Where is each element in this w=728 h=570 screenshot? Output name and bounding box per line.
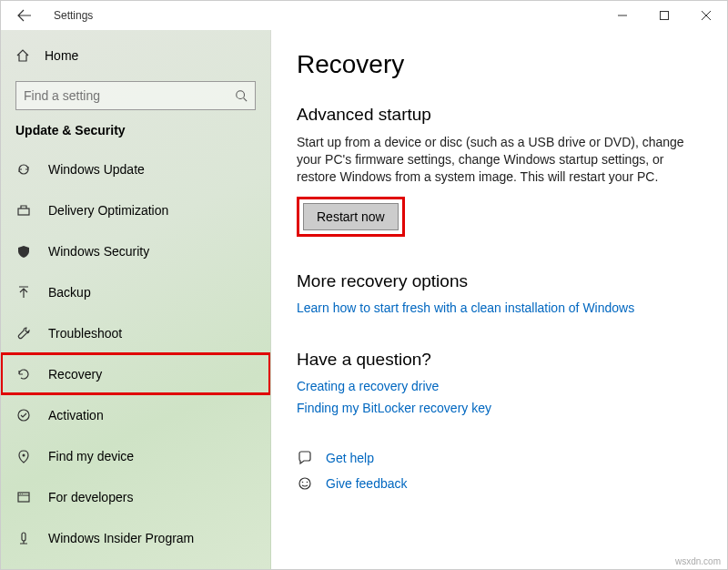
window-title: Settings bbox=[54, 9, 93, 22]
fresh-install-link[interactable]: Learn how to start fresh with a clean in… bbox=[297, 300, 702, 315]
sidebar-item-windows-security[interactable]: Windows Security bbox=[1, 230, 270, 271]
feedback-icon bbox=[297, 475, 313, 492]
back-arrow-icon bbox=[17, 8, 32, 23]
sidebar-item-windows-update[interactable]: Windows Update bbox=[1, 148, 270, 189]
sidebar-item-label: Delivery Optimization bbox=[48, 203, 168, 218]
delivery-icon bbox=[15, 202, 32, 219]
sidebar: Home Update & Security Windows Update bbox=[1, 30, 271, 569]
backup-icon bbox=[15, 284, 32, 300]
recovery-drive-link[interactable]: Creating a recovery drive bbox=[297, 379, 702, 393]
activation-icon bbox=[15, 407, 32, 423]
close-button[interactable] bbox=[685, 1, 727, 30]
advanced-startup-heading: Advanced startup bbox=[297, 105, 702, 125]
shield-icon bbox=[15, 243, 32, 260]
sidebar-item-backup[interactable]: Backup bbox=[1, 271, 270, 312]
sidebar-item-label: Troubleshoot bbox=[48, 326, 122, 341]
troubleshoot-icon bbox=[15, 325, 32, 341]
main-content: Recovery Advanced startup Start up from … bbox=[271, 30, 727, 569]
maximize-icon bbox=[660, 11, 669, 20]
svg-point-7 bbox=[299, 478, 310, 489]
recovery-icon bbox=[15, 366, 32, 382]
maximize-button[interactable] bbox=[643, 1, 685, 30]
location-icon bbox=[15, 448, 32, 464]
nav-home-label: Home bbox=[45, 48, 78, 63]
watermark: wsxdn.com bbox=[675, 556, 721, 566]
svg-rect-2 bbox=[18, 209, 29, 215]
page-title: Recovery bbox=[297, 50, 702, 79]
sidebar-item-for-developers[interactable]: For developers bbox=[1, 476, 270, 517]
back-button[interactable] bbox=[12, 3, 37, 28]
give-feedback-link[interactable]: Give feedback bbox=[326, 476, 408, 491]
svg-point-3 bbox=[18, 410, 29, 421]
sidebar-item-label: Recovery bbox=[48, 367, 102, 382]
sidebar-item-label: Backup bbox=[48, 285, 91, 300]
search-box[interactable] bbox=[15, 81, 256, 110]
search-input[interactable] bbox=[24, 88, 235, 103]
titlebar: Settings bbox=[1, 1, 727, 30]
sidebar-section-title: Update & Security bbox=[1, 123, 270, 148]
sidebar-item-find-my-device[interactable]: Find my device bbox=[1, 435, 270, 476]
sync-icon bbox=[15, 161, 32, 178]
sidebar-item-label: Windows Update bbox=[48, 162, 145, 177]
question-heading: Have a question? bbox=[297, 350, 702, 370]
sidebar-item-troubleshoot[interactable]: Troubleshoot bbox=[1, 312, 270, 353]
advanced-startup-body: Start up from a device or disc (such as … bbox=[297, 134, 688, 186]
sidebar-item-label: Find my device bbox=[48, 449, 134, 463]
sidebar-item-delivery-optimization[interactable]: Delivery Optimization bbox=[1, 189, 270, 230]
sidebar-item-windows-insider[interactable]: Windows Insider Program bbox=[1, 517, 270, 558]
sidebar-item-activation[interactable]: Activation bbox=[1, 394, 270, 435]
more-recovery-heading: More recovery options bbox=[297, 271, 702, 291]
sidebar-item-label: Windows Security bbox=[48, 244, 149, 259]
svg-rect-5 bbox=[18, 493, 29, 502]
help-icon bbox=[297, 450, 313, 466]
bitlocker-link[interactable]: Finding my BitLocker recovery key bbox=[297, 401, 702, 415]
nav-home[interactable]: Home bbox=[1, 37, 270, 74]
insider-icon bbox=[15, 530, 32, 546]
svg-rect-6 bbox=[22, 533, 25, 541]
svg-point-8 bbox=[302, 481, 304, 483]
get-help-link[interactable]: Get help bbox=[326, 451, 374, 465]
search-icon bbox=[235, 89, 248, 102]
restart-highlight: Restart now bbox=[297, 197, 405, 237]
svg-rect-0 bbox=[661, 12, 669, 20]
svg-point-4 bbox=[23, 453, 25, 456]
minimize-button[interactable] bbox=[602, 1, 643, 30]
svg-point-9 bbox=[307, 481, 308, 483]
sidebar-item-recovery[interactable]: Recovery bbox=[1, 353, 270, 394]
sidebar-item-label: For developers bbox=[48, 490, 133, 504]
sidebar-item-label: Windows Insider Program bbox=[48, 531, 194, 545]
svg-point-1 bbox=[237, 91, 245, 99]
sidebar-item-label: Activation bbox=[48, 408, 104, 422]
minimize-icon bbox=[618, 11, 627, 20]
restart-now-button[interactable]: Restart now bbox=[303, 203, 399, 230]
developers-icon bbox=[15, 489, 32, 505]
home-icon bbox=[15, 48, 30, 63]
close-icon bbox=[702, 11, 711, 20]
